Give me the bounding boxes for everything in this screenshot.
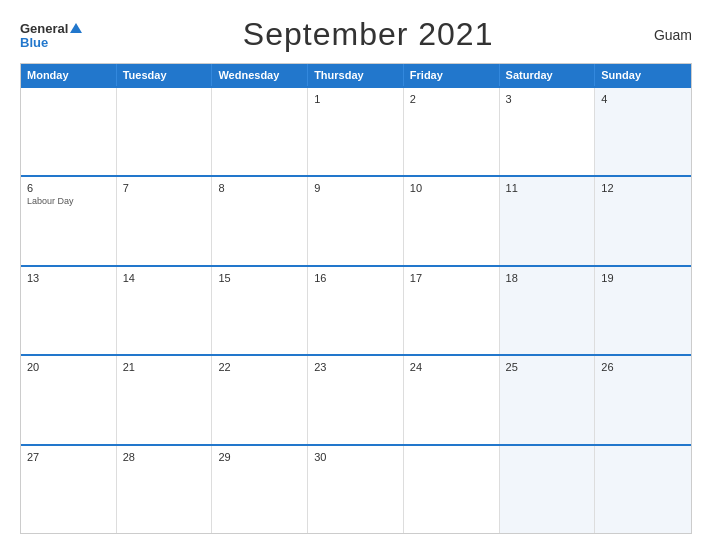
calendar-cell-w3-d1: 13 — [21, 267, 117, 354]
day-number: 8 — [218, 182, 301, 194]
calendar-cell-w2-d7: 12 — [595, 177, 691, 264]
day-number: 10 — [410, 182, 493, 194]
calendar-cell-w2-d1: 6Labour Day — [21, 177, 117, 264]
calendar-cell-w3-d5: 17 — [404, 267, 500, 354]
header-saturday: Saturday — [500, 64, 596, 86]
day-number: 9 — [314, 182, 397, 194]
day-number: 2 — [410, 93, 493, 105]
logo-triangle-icon — [70, 23, 82, 33]
calendar-header: Monday Tuesday Wednesday Thursday Friday… — [21, 64, 691, 86]
day-number: 3 — [506, 93, 589, 105]
day-number: 30 — [314, 451, 397, 463]
day-number: 18 — [506, 272, 589, 284]
calendar-cell-w1-d5: 2 — [404, 88, 500, 175]
week-row-1: 1234 — [21, 86, 691, 175]
day-number: 16 — [314, 272, 397, 284]
calendar-cell-w4-d6: 25 — [500, 356, 596, 443]
calendar-cell-w3-d3: 15 — [212, 267, 308, 354]
calendar-cell-w1-d6: 3 — [500, 88, 596, 175]
calendar-cell-w5-d4: 30 — [308, 446, 404, 533]
calendar-cell-w2-d4: 9 — [308, 177, 404, 264]
day-number: 7 — [123, 182, 206, 194]
calendar-cell-w4-d5: 24 — [404, 356, 500, 443]
day-number: 12 — [601, 182, 685, 194]
calendar-cell-w1-d2 — [117, 88, 213, 175]
day-number: 13 — [27, 272, 110, 284]
calendar-cell-w5-d2: 28 — [117, 446, 213, 533]
day-number: 25 — [506, 361, 589, 373]
day-number: 26 — [601, 361, 685, 373]
calendar-body: 12346Labour Day7891011121314151617181920… — [21, 86, 691, 533]
calendar-cell-w5-d7 — [595, 446, 691, 533]
calendar-cell-w4-d7: 26 — [595, 356, 691, 443]
day-number: 11 — [506, 182, 589, 194]
calendar-cell-w3-d6: 18 — [500, 267, 596, 354]
day-number: 27 — [27, 451, 110, 463]
logo: General Blue — [20, 19, 82, 51]
day-number: 15 — [218, 272, 301, 284]
calendar-cell-w1-d3 — [212, 88, 308, 175]
day-number: 17 — [410, 272, 493, 284]
calendar-cell-w4-d4: 23 — [308, 356, 404, 443]
day-number: 22 — [218, 361, 301, 373]
calendar-cell-w2-d5: 10 — [404, 177, 500, 264]
calendar-cell-w2-d6: 11 — [500, 177, 596, 264]
header-friday: Friday — [404, 64, 500, 86]
calendar-cell-w5-d3: 29 — [212, 446, 308, 533]
day-number: 23 — [314, 361, 397, 373]
day-number: 1 — [314, 93, 397, 105]
calendar-cell-w1-d4: 1 — [308, 88, 404, 175]
day-number: 14 — [123, 272, 206, 284]
day-number: 28 — [123, 451, 206, 463]
month-title: September 2021 — [243, 16, 494, 53]
calendar-cell-w1-d7: 4 — [595, 88, 691, 175]
calendar-cell-w5-d1: 27 — [21, 446, 117, 533]
calendar-page: General Blue September 2021 Guam Monday … — [0, 0, 712, 550]
header-monday: Monday — [21, 64, 117, 86]
day-number: 6 — [27, 182, 110, 194]
day-number: 4 — [601, 93, 685, 105]
calendar-cell-w4-d2: 21 — [117, 356, 213, 443]
week-row-5: 27282930 — [21, 444, 691, 533]
week-row-2: 6Labour Day789101112 — [21, 175, 691, 264]
calendar-cell-w3-d4: 16 — [308, 267, 404, 354]
day-number: 29 — [218, 451, 301, 463]
day-number: 19 — [601, 272, 685, 284]
logo-blue-text: Blue — [20, 36, 82, 50]
calendar-cell-w5-d6 — [500, 446, 596, 533]
event-label: Labour Day — [27, 196, 110, 206]
header-tuesday: Tuesday — [117, 64, 213, 86]
day-number: 24 — [410, 361, 493, 373]
calendar-cell-w3-d7: 19 — [595, 267, 691, 354]
calendar-cell-w4-d3: 22 — [212, 356, 308, 443]
calendar-cell-w1-d1 — [21, 88, 117, 175]
week-row-3: 13141516171819 — [21, 265, 691, 354]
region-label: Guam — [654, 27, 692, 43]
day-number: 21 — [123, 361, 206, 373]
header-wednesday: Wednesday — [212, 64, 308, 86]
logo-general-text: General — [20, 19, 82, 37]
calendar-cell-w3-d2: 14 — [117, 267, 213, 354]
page-header: General Blue September 2021 Guam — [20, 16, 692, 53]
week-row-4: 20212223242526 — [21, 354, 691, 443]
calendar-cell-w2-d3: 8 — [212, 177, 308, 264]
calendar-cell-w5-d5 — [404, 446, 500, 533]
calendar-cell-w4-d1: 20 — [21, 356, 117, 443]
header-thursday: Thursday — [308, 64, 404, 86]
day-number: 20 — [27, 361, 110, 373]
calendar-grid: Monday Tuesday Wednesday Thursday Friday… — [20, 63, 692, 534]
header-sunday: Sunday — [595, 64, 691, 86]
calendar-cell-w2-d2: 7 — [117, 177, 213, 264]
